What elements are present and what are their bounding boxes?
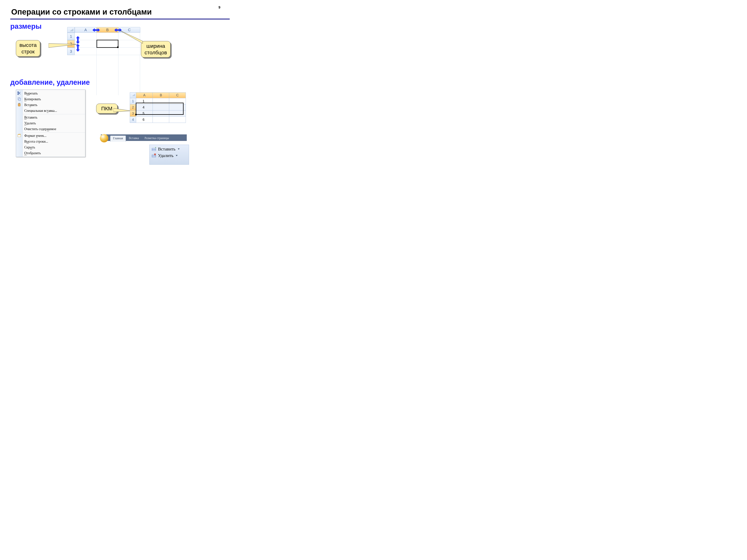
svg-rect-20 (152, 156, 156, 157)
office-button-icon[interactable] (100, 134, 108, 142)
menu-clear[interactable]: Очистить содержимое (16, 126, 85, 132)
svg-rect-10 (19, 98, 21, 101)
menu-paste[interactable]: Вставить (16, 102, 85, 108)
col-header-C[interactable]: C (169, 92, 186, 98)
button-label: Вставить (158, 146, 176, 152)
dropdown-icon[interactable] (176, 155, 178, 156)
tab-insert[interactable]: Вставка (126, 135, 141, 142)
resize-row-arrow-icon (76, 36, 80, 44)
delete-row-icon (152, 153, 156, 158)
svg-marker-0 (70, 28, 73, 31)
callout-row-height: высота строк (16, 40, 40, 57)
ribbon-bar: Главная Вставка Разметка страницы (101, 134, 187, 141)
menu-insert[interactable]: Вставить (16, 115, 85, 121)
spreadsheet-grid-rows: A B C 11 24 35 46 (130, 92, 186, 126)
svg-marker-2 (114, 28, 122, 32)
menu-hide[interactable]: Скрыть (16, 144, 85, 150)
svg-rect-13 (18, 135, 21, 137)
copy-icon (17, 97, 21, 101)
callout-text: строк (22, 49, 34, 54)
menu-rowheight[interactable]: Высота строки... (16, 139, 85, 144)
tab-layout[interactable]: Разметка страницы (142, 135, 172, 142)
ribbon-insert-button[interactable]: + Вставить (151, 146, 188, 152)
slide-title: Операции со строками и столбцами (11, 7, 152, 17)
insert-row-icon: + (152, 147, 156, 152)
menu-unhide[interactable]: Отобразить (16, 150, 85, 156)
col-header-A[interactable]: A (136, 92, 153, 98)
button-label: Удалить (158, 153, 174, 158)
svg-text:+: + (155, 147, 156, 149)
row-header-1[interactable]: 1 (67, 33, 75, 40)
menu-cut[interactable]: Вырезать (16, 90, 85, 96)
selectall-corner[interactable] (67, 27, 75, 33)
callout-col-width: ширина столбцов (141, 41, 171, 57)
svg-rect-11 (18, 103, 20, 106)
menu-copy[interactable]: Копировать (16, 96, 85, 102)
row-header-1[interactable]: 1 (130, 98, 136, 104)
resize-col-arrow-icon (93, 28, 100, 32)
ribbon-cells-group: + Вставить Удалить (149, 145, 189, 165)
spreadsheet-grid-sizes: A B C 1 2 3 (67, 27, 141, 72)
scissors-icon (17, 91, 21, 95)
callout-text: ширина (147, 43, 165, 49)
selectall-corner[interactable] (130, 92, 136, 98)
format-icon (17, 134, 21, 137)
row-selection (136, 103, 184, 115)
svg-marker-3 (76, 36, 80, 44)
svg-marker-15 (132, 94, 135, 96)
row-header-4[interactable]: 4 (130, 117, 136, 123)
menu-formatcells[interactable]: Формат ячеек... (16, 133, 85, 139)
page-number: 9 (218, 6, 221, 9)
svg-marker-4 (76, 44, 80, 52)
tab-home[interactable]: Главная (110, 135, 126, 142)
menu-delete[interactable]: Удалить (16, 121, 85, 126)
callout-text: высота (20, 42, 36, 48)
paste-icon (17, 103, 21, 107)
svg-marker-1 (93, 28, 100, 32)
title-rule (10, 19, 230, 20)
callout-text: столбцов (145, 50, 167, 55)
row-header-3[interactable]: 3 (130, 110, 136, 117)
menu-pastespecial[interactable]: Специальная вставка... (16, 108, 85, 114)
svg-rect-12 (19, 103, 20, 104)
fill-handle[interactable] (117, 47, 119, 48)
dropdown-icon[interactable] (178, 149, 180, 150)
row-header-3[interactable]: 3 (67, 48, 75, 55)
section-sizes: размеры (10, 22, 42, 30)
col-header-B[interactable]: B (153, 92, 169, 98)
context-menu: Вырезать Копировать Вставить Специальная… (16, 89, 85, 157)
row-header-2[interactable]: 2 (67, 40, 75, 48)
resize-col-arrow-icon (114, 28, 122, 32)
ribbon-delete-button[interactable]: Удалить (151, 152, 188, 159)
callout-rmb: ПКМ (96, 104, 118, 113)
resize-row-arrow-icon (76, 44, 80, 52)
cell[interactable]: 6 (136, 117, 153, 123)
svg-rect-17 (152, 150, 156, 151)
fill-handle[interactable] (135, 114, 137, 115)
row-header-2[interactable]: 2 (130, 104, 136, 110)
active-cell[interactable] (97, 40, 119, 48)
